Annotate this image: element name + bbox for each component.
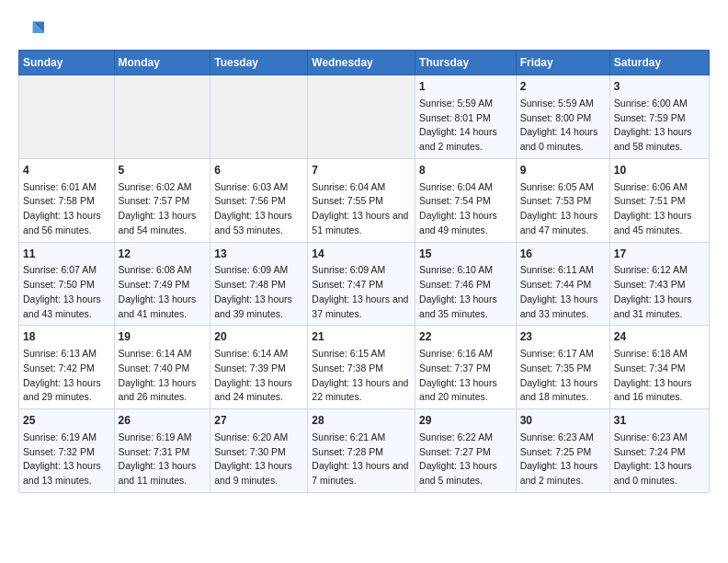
day-info: Sunrise: 6:04 AMSunset: 7:54 PMDaylight:…: [419, 180, 512, 238]
calendar-table: SundayMondayTuesdayWednesdayThursdayFrid…: [18, 50, 710, 493]
calendar-cell: 15Sunrise: 6:10 AMSunset: 7:46 PMDayligh…: [415, 242, 517, 326]
calendar-cell: 26Sunrise: 6:19 AMSunset: 7:31 PMDayligh…: [114, 409, 210, 493]
day-info: Sunrise: 6:17 AMSunset: 7:35 PMDaylight:…: [520, 347, 606, 405]
day-number: 10: [614, 163, 705, 178]
day-number: 27: [214, 413, 303, 429]
day-number: 13: [214, 247, 303, 262]
logo: [18, 18, 48, 40]
weekday-header: Saturday: [609, 51, 709, 75]
day-number: 29: [419, 413, 512, 429]
calendar-cell: 17Sunrise: 6:12 AMSunset: 7:43 PMDayligh…: [609, 242, 709, 326]
calendar-cell: [114, 75, 210, 159]
day-info: Sunrise: 6:19 AMSunset: 7:32 PMDaylight:…: [23, 431, 110, 488]
weekday-header: Wednesday: [308, 51, 415, 75]
day-info: Sunrise: 6:02 AMSunset: 7:57 PMDaylight:…: [119, 180, 207, 238]
day-number: 31: [614, 413, 705, 429]
calendar-cell: 9Sunrise: 6:05 AMSunset: 7:53 PMDaylight…: [516, 158, 609, 242]
calendar-week-row: 11Sunrise: 6:07 AMSunset: 7:50 PMDayligh…: [19, 242, 710, 326]
calendar-cell: 8Sunrise: 6:04 AMSunset: 7:54 PMDaylight…: [415, 158, 517, 242]
day-number: 3: [614, 79, 705, 95]
day-number: 9: [520, 163, 606, 178]
calendar-cell: 24Sunrise: 6:18 AMSunset: 7:34 PMDayligh…: [609, 326, 709, 409]
day-info: Sunrise: 6:01 AMSunset: 7:58 PMDaylight:…: [23, 180, 110, 238]
day-number: 2: [520, 79, 606, 95]
calendar-cell: 29Sunrise: 6:22 AMSunset: 7:27 PMDayligh…: [415, 409, 517, 493]
day-info: Sunrise: 6:18 AMSunset: 7:34 PMDaylight:…: [614, 347, 705, 405]
calendar-cell: 18Sunrise: 6:13 AMSunset: 7:42 PMDayligh…: [19, 326, 115, 409]
day-info: Sunrise: 6:14 AMSunset: 7:40 PMDaylight:…: [119, 347, 207, 405]
calendar-cell: 2Sunrise: 5:59 AMSunset: 8:00 PMDaylight…: [516, 75, 609, 159]
calendar-cell: 11Sunrise: 6:07 AMSunset: 7:50 PMDayligh…: [19, 242, 115, 326]
day-number: 26: [119, 413, 207, 429]
day-info: Sunrise: 6:22 AMSunset: 7:27 PMDaylight:…: [419, 431, 512, 488]
calendar-cell: 30Sunrise: 6:23 AMSunset: 7:25 PMDayligh…: [516, 409, 609, 493]
day-number: 30: [520, 413, 606, 429]
day-info: Sunrise: 6:07 AMSunset: 7:50 PMDaylight:…: [23, 263, 110, 321]
weekday-header: Thursday: [415, 51, 517, 75]
calendar-cell: 28Sunrise: 6:21 AMSunset: 7:28 PMDayligh…: [308, 409, 415, 493]
calendar-cell: 31Sunrise: 6:23 AMSunset: 7:24 PMDayligh…: [609, 409, 709, 493]
day-number: 17: [614, 247, 705, 262]
day-number: 20: [214, 329, 303, 345]
day-info: Sunrise: 6:15 AMSunset: 7:38 PMDaylight:…: [312, 347, 411, 405]
calendar-cell: 27Sunrise: 6:20 AMSunset: 7:30 PMDayligh…: [210, 409, 308, 493]
day-info: Sunrise: 5:59 AMSunset: 8:00 PMDaylight:…: [520, 97, 606, 155]
calendar-cell: 22Sunrise: 6:16 AMSunset: 7:37 PMDayligh…: [415, 326, 517, 409]
page-header: [18, 18, 710, 40]
day-info: Sunrise: 6:16 AMSunset: 7:37 PMDaylight:…: [419, 347, 512, 405]
calendar-cell: 4Sunrise: 6:01 AMSunset: 7:58 PMDaylight…: [19, 158, 115, 242]
day-number: 1: [419, 79, 512, 95]
calendar-cell: 23Sunrise: 6:17 AMSunset: 7:35 PMDayligh…: [516, 326, 609, 409]
calendar-cell: 5Sunrise: 6:02 AMSunset: 7:57 PMDaylight…: [114, 158, 210, 242]
day-number: 5: [119, 163, 207, 178]
day-number: 6: [214, 163, 303, 178]
day-number: 12: [119, 247, 207, 262]
calendar-cell: [308, 75, 415, 159]
day-info: Sunrise: 6:19 AMSunset: 7:31 PMDaylight:…: [119, 431, 207, 488]
day-info: Sunrise: 6:23 AMSunset: 7:25 PMDaylight:…: [520, 431, 606, 488]
calendar-cell: 14Sunrise: 6:09 AMSunset: 7:47 PMDayligh…: [308, 242, 415, 326]
day-info: Sunrise: 6:11 AMSunset: 7:44 PMDaylight:…: [520, 263, 606, 321]
day-info: Sunrise: 6:21 AMSunset: 7:28 PMDaylight:…: [312, 431, 411, 488]
day-number: 8: [419, 163, 512, 178]
calendar-cell: 16Sunrise: 6:11 AMSunset: 7:44 PMDayligh…: [516, 242, 609, 326]
day-number: 28: [312, 413, 411, 429]
day-info: Sunrise: 6:04 AMSunset: 7:55 PMDaylight:…: [312, 180, 411, 238]
day-info: Sunrise: 6:09 AMSunset: 7:47 PMDaylight:…: [312, 263, 411, 321]
day-info: Sunrise: 5:59 AMSunset: 8:01 PMDaylight:…: [419, 97, 512, 155]
calendar-cell: [210, 75, 308, 159]
calendar-cell: [19, 75, 115, 159]
day-info: Sunrise: 6:14 AMSunset: 7:39 PMDaylight:…: [214, 347, 303, 405]
day-info: Sunrise: 6:12 AMSunset: 7:43 PMDaylight:…: [614, 263, 705, 321]
day-number: 14: [312, 247, 411, 262]
calendar-cell: 1Sunrise: 5:59 AMSunset: 8:01 PMDaylight…: [415, 75, 517, 159]
calendar-cell: 13Sunrise: 6:09 AMSunset: 7:48 PMDayligh…: [210, 242, 308, 326]
day-number: 19: [119, 329, 207, 345]
calendar-cell: 7Sunrise: 6:04 AMSunset: 7:55 PMDaylight…: [308, 158, 415, 242]
calendar-cell: 20Sunrise: 6:14 AMSunset: 7:39 PMDayligh…: [210, 326, 308, 409]
day-info: Sunrise: 6:13 AMSunset: 7:42 PMDaylight:…: [23, 347, 110, 405]
generalblue-logo-icon: [18, 18, 44, 40]
day-info: Sunrise: 6:23 AMSunset: 7:24 PMDaylight:…: [614, 431, 705, 488]
calendar-week-row: 4Sunrise: 6:01 AMSunset: 7:58 PMDaylight…: [19, 158, 710, 242]
day-number: 7: [312, 163, 411, 178]
day-number: 21: [312, 329, 411, 345]
calendar-cell: 3Sunrise: 6:00 AMSunset: 7:59 PMDaylight…: [609, 75, 709, 159]
day-info: Sunrise: 6:10 AMSunset: 7:46 PMDaylight:…: [419, 263, 512, 321]
day-number: 23: [520, 329, 606, 345]
weekday-header: Tuesday: [210, 51, 308, 75]
day-info: Sunrise: 6:05 AMSunset: 7:53 PMDaylight:…: [520, 180, 606, 238]
day-info: Sunrise: 6:06 AMSunset: 7:51 PMDaylight:…: [614, 180, 705, 238]
calendar-week-row: 1Sunrise: 5:59 AMSunset: 8:01 PMDaylight…: [19, 75, 710, 159]
weekday-header: Friday: [516, 51, 609, 75]
calendar-cell: 19Sunrise: 6:14 AMSunset: 7:40 PMDayligh…: [114, 326, 210, 409]
day-info: Sunrise: 6:09 AMSunset: 7:48 PMDaylight:…: [214, 263, 303, 321]
calendar-week-row: 25Sunrise: 6:19 AMSunset: 7:32 PMDayligh…: [19, 409, 710, 493]
day-number: 18: [23, 329, 110, 345]
calendar-week-row: 18Sunrise: 6:13 AMSunset: 7:42 PMDayligh…: [19, 326, 710, 409]
day-number: 24: [614, 329, 705, 345]
weekday-header: Sunday: [19, 51, 115, 75]
calendar-cell: 21Sunrise: 6:15 AMSunset: 7:38 PMDayligh…: [308, 326, 415, 409]
day-info: Sunrise: 6:08 AMSunset: 7:49 PMDaylight:…: [119, 263, 207, 321]
day-number: 4: [23, 163, 110, 178]
